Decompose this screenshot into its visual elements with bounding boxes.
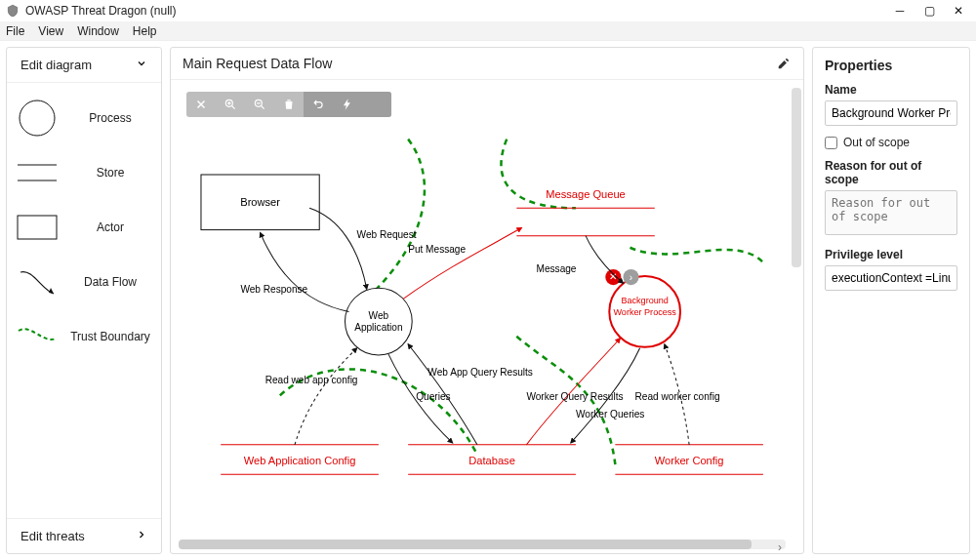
edit-diagram-label: Edit diagram (20, 58, 92, 72)
out-of-scope-checkbox[interactable] (825, 137, 837, 149)
stencil-store[interactable]: Store (13, 145, 155, 200)
svg-text:Message: Message (537, 263, 577, 274)
left-panel: Edit diagram Process Store Actor Data Fl… (6, 47, 162, 554)
node-web-app-label2: Application (354, 322, 402, 333)
tool-cancel-button[interactable] (186, 92, 216, 117)
properties-panel: Properties Name Out of scope Reason for … (812, 47, 970, 554)
privilege-input[interactable] (825, 265, 957, 291)
tool-zoom-out-button[interactable] (245, 92, 274, 117)
window-title: OWASP Threat Dragon (null) (25, 4, 177, 18)
svg-text:Worker Query Results: Worker Query Results (526, 391, 623, 402)
stencil-data-flow[interactable]: Data Flow (13, 255, 155, 309)
node-web-app-label1: Web (369, 310, 389, 321)
menu-view[interactable]: View (38, 24, 63, 38)
title-bar: OWASP Threat Dragon (null) ─ ▢ ✕ (0, 0, 976, 21)
edit-diagram-section[interactable]: Edit diagram (7, 48, 161, 83)
trust-boundary[interactable] (374, 140, 425, 293)
tool-generate-button[interactable] (333, 92, 362, 117)
svg-text:Worker Queries: Worker Queries (576, 409, 645, 420)
flow-web-response[interactable] (261, 233, 349, 312)
app-icon (6, 4, 20, 18)
flow-read-web-app-config[interactable] (295, 348, 357, 445)
svg-text:Web App Query Results: Web App Query Results (427, 367, 533, 378)
canvas[interactable]: Browser Web Application Background Worke… (171, 80, 803, 553)
menu-help[interactable]: Help (133, 24, 157, 38)
scroll-right-icon[interactable]: › (768, 538, 792, 553)
stencil-data-flow-label: Data Flow (69, 275, 151, 289)
menu-window[interactable]: Window (77, 24, 119, 38)
reason-label: Reason for out of scope (825, 159, 957, 186)
node-database-label: Database (468, 455, 515, 466)
chevron-right-icon (136, 529, 147, 543)
svg-line-27 (262, 106, 264, 109)
name-label: Name (825, 83, 957, 97)
reason-textarea[interactable] (825, 190, 957, 235)
stencil-process-label: Process (69, 111, 151, 125)
svg-text:Queries: Queries (416, 391, 450, 402)
stencil-trust-boundary[interactable]: Trust Boundary (13, 309, 155, 364)
properties-header: Properties (825, 58, 957, 73)
stencil-trust-boundary-label: Trust Boundary (69, 330, 151, 343)
stencil-store-label: Store (69, 166, 151, 180)
tool-undo-button[interactable] (304, 92, 333, 117)
flow-put-message[interactable] (403, 228, 521, 300)
svg-line-23 (232, 106, 235, 109)
svg-point-0 (20, 100, 55, 136)
node-worker-config-label: Worker Config (655, 455, 724, 466)
svg-text:Background: Background (621, 296, 668, 305)
node-message-queue-label: Message Queue (546, 188, 626, 200)
tool-save-button[interactable] (362, 92, 391, 117)
canvas-toolbar (186, 92, 391, 117)
close-button[interactable]: ✕ (953, 5, 964, 17)
canvas-panel: Main Request Data Flow Browser (170, 47, 804, 554)
edit-diagram-icon[interactable] (776, 56, 792, 71)
name-input[interactable] (825, 100, 957, 126)
svg-text:›: › (630, 272, 632, 283)
svg-text:Read web app config: Read web app config (265, 375, 358, 385)
svg-text:Web Request: Web Request (357, 229, 417, 240)
svg-rect-3 (18, 216, 57, 239)
stencil-process[interactable]: Process (13, 91, 155, 145)
out-of-scope-label: Out of scope (843, 136, 910, 149)
vertical-scrollbar[interactable] (790, 88, 803, 536)
maximize-button[interactable]: ▢ (923, 5, 935, 17)
horizontal-scrollbar[interactable]: ‹ › (179, 538, 788, 551)
svg-text:Worker Process: Worker Process (613, 307, 676, 317)
svg-text:Read worker config: Read worker config (635, 391, 720, 402)
minimize-button[interactable]: ─ (894, 5, 906, 17)
menu-bar: File View Window Help (0, 21, 976, 41)
edit-threats-section[interactable]: Edit threats (7, 518, 161, 553)
privilege-label: Privilege level (825, 248, 957, 261)
stencil-actor[interactable]: Actor (13, 200, 155, 255)
trust-boundary[interactable] (630, 248, 763, 262)
canvas-title: Main Request Data Flow (183, 56, 332, 71)
chevron-down-icon (136, 58, 147, 72)
stencil-actor-label: Actor (69, 220, 151, 234)
node-web-app-config-label: Web Application Config (244, 455, 356, 466)
node-browser-label: Browser (240, 196, 280, 208)
tool-delete-button[interactable] (274, 92, 304, 117)
menu-file[interactable]: File (6, 24, 24, 38)
tool-zoom-in-button[interactable] (216, 92, 245, 117)
svg-text:Put Message: Put Message (408, 244, 466, 255)
svg-text:Web Response: Web Response (240, 284, 307, 295)
edit-threats-label: Edit threats (20, 529, 85, 543)
